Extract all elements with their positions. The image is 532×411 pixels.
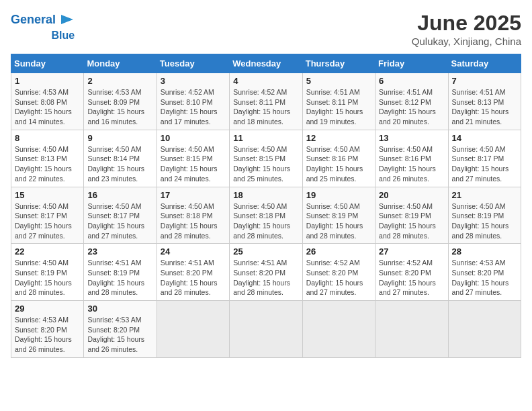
table-row: 3Sunrise: 4:52 AMSunset: 8:10 PMDaylight…	[157, 73, 229, 130]
day-info: Sunrise: 4:51 AMSunset: 8:12 PMDaylight:…	[379, 87, 444, 127]
table-row	[448, 301, 521, 358]
day-info: Sunrise: 4:51 AMSunset: 8:19 PMDaylight:…	[87, 258, 152, 298]
day-info: Sunrise: 4:50 AMSunset: 8:18 PMDaylight:…	[161, 201, 226, 241]
month-title: June 2025	[412, 11, 521, 36]
day-number: 8	[15, 133, 80, 143]
day-number: 21	[452, 190, 517, 200]
day-number: 22	[15, 246, 80, 257]
table-row: 6Sunrise: 4:51 AMSunset: 8:12 PMDaylight…	[375, 73, 448, 130]
table-row	[375, 301, 448, 358]
day-info: Sunrise: 4:50 AMSunset: 8:15 PMDaylight:…	[161, 144, 226, 184]
day-number: 7	[452, 76, 517, 86]
table-row: 20Sunrise: 4:50 AMSunset: 8:19 PMDayligh…	[375, 187, 448, 244]
table-row: 13Sunrise: 4:50 AMSunset: 8:16 PMDayligh…	[375, 130, 448, 187]
header-thursday: Thursday	[302, 54, 375, 73]
day-info: Sunrise: 4:50 AMSunset: 8:13 PMDaylight:…	[15, 144, 80, 184]
table-row: 16Sunrise: 4:50 AMSunset: 8:17 PMDayligh…	[84, 187, 157, 244]
table-row: 29Sunrise: 4:53 AMSunset: 8:20 PMDayligh…	[11, 301, 84, 358]
table-row: 19Sunrise: 4:50 AMSunset: 8:19 PMDayligh…	[302, 187, 375, 244]
day-number: 3	[161, 76, 226, 86]
title-block: June 2025 Qulukay, Xinjiang, China	[412, 11, 521, 47]
calendar-table: Sunday Monday Tuesday Wednesday Thursday…	[11, 54, 521, 358]
svg-marker-0	[61, 15, 73, 24]
table-row: 23Sunrise: 4:51 AMSunset: 8:19 PMDayligh…	[84, 244, 157, 301]
table-row: 27Sunrise: 4:52 AMSunset: 8:20 PMDayligh…	[375, 244, 448, 301]
header-tuesday: Tuesday	[157, 54, 229, 73]
logo-arrow-icon	[60, 12, 75, 27]
table-row	[302, 301, 375, 358]
day-number: 12	[306, 133, 371, 143]
calendar-header-row: Sunday Monday Tuesday Wednesday Thursday…	[11, 54, 521, 73]
table-row: 7Sunrise: 4:51 AMSunset: 8:13 PMDaylight…	[448, 73, 521, 130]
day-info: Sunrise: 4:50 AMSunset: 8:14 PMDaylight:…	[87, 144, 152, 184]
table-row	[157, 301, 229, 358]
page-header: General Blue June 2025 Qulukay, Xinjiang…	[11, 11, 521, 47]
calendar-week-row: 29Sunrise: 4:53 AMSunset: 8:20 PMDayligh…	[11, 301, 521, 358]
day-number: 20	[379, 190, 444, 200]
day-number: 9	[87, 133, 152, 143]
day-info: Sunrise: 4:50 AMSunset: 8:19 PMDaylight:…	[15, 258, 80, 298]
table-row: 4Sunrise: 4:52 AMSunset: 8:11 PMDaylight…	[230, 73, 302, 130]
table-row	[230, 301, 302, 358]
day-info: Sunrise: 4:51 AMSunset: 8:13 PMDaylight:…	[452, 87, 517, 127]
day-info: Sunrise: 4:53 AMSunset: 8:08 PMDaylight:…	[15, 87, 80, 127]
day-number: 19	[306, 190, 371, 200]
day-number: 4	[233, 76, 298, 86]
day-number: 6	[379, 76, 444, 86]
day-info: Sunrise: 4:51 AMSunset: 8:20 PMDaylight:…	[233, 258, 298, 298]
table-row: 28Sunrise: 4:53 AMSunset: 8:20 PMDayligh…	[448, 244, 521, 301]
day-info: Sunrise: 4:50 AMSunset: 8:15 PMDaylight:…	[233, 144, 298, 184]
calendar-week-row: 1Sunrise: 4:53 AMSunset: 8:08 PMDaylight…	[11, 73, 521, 130]
day-number: 17	[161, 190, 226, 200]
table-row: 1Sunrise: 4:53 AMSunset: 8:08 PMDaylight…	[11, 73, 84, 130]
table-row: 18Sunrise: 4:50 AMSunset: 8:18 PMDayligh…	[230, 187, 302, 244]
day-info: Sunrise: 4:50 AMSunset: 8:17 PMDaylight:…	[452, 144, 517, 184]
day-info: Sunrise: 4:52 AMSunset: 8:10 PMDaylight:…	[161, 87, 226, 127]
day-number: 24	[161, 246, 226, 257]
header-monday: Monday	[84, 54, 157, 73]
day-number: 27	[379, 246, 444, 257]
day-info: Sunrise: 4:50 AMSunset: 8:16 PMDaylight:…	[306, 144, 371, 184]
day-number: 1	[15, 76, 80, 86]
table-row: 22Sunrise: 4:50 AMSunset: 8:19 PMDayligh…	[11, 244, 84, 301]
logo: General Blue	[11, 11, 75, 42]
header-friday: Friday	[375, 54, 448, 73]
day-number: 2	[87, 76, 152, 86]
table-row: 30Sunrise: 4:53 AMSunset: 8:20 PMDayligh…	[84, 301, 157, 358]
day-info: Sunrise: 4:50 AMSunset: 8:19 PMDaylight:…	[379, 201, 444, 241]
day-number: 29	[15, 304, 80, 314]
table-row: 15Sunrise: 4:50 AMSunset: 8:17 PMDayligh…	[11, 187, 84, 244]
table-row: 10Sunrise: 4:50 AMSunset: 8:15 PMDayligh…	[157, 130, 229, 187]
day-info: Sunrise: 4:50 AMSunset: 8:19 PMDaylight:…	[306, 201, 371, 241]
day-number: 25	[233, 246, 298, 257]
day-number: 15	[15, 190, 80, 200]
day-info: Sunrise: 4:51 AMSunset: 8:20 PMDaylight:…	[161, 258, 226, 298]
day-info: Sunrise: 4:52 AMSunset: 8:20 PMDaylight:…	[306, 258, 371, 298]
calendar-week-row: 8Sunrise: 4:50 AMSunset: 8:13 PMDaylight…	[11, 130, 521, 187]
day-number: 16	[87, 190, 152, 200]
table-row: 24Sunrise: 4:51 AMSunset: 8:20 PMDayligh…	[157, 244, 229, 301]
day-number: 13	[379, 133, 444, 143]
day-number: 18	[233, 190, 298, 200]
day-info: Sunrise: 4:50 AMSunset: 8:19 PMDaylight:…	[452, 201, 517, 241]
day-number: 11	[233, 133, 298, 143]
day-number: 5	[306, 76, 371, 86]
table-row: 11Sunrise: 4:50 AMSunset: 8:15 PMDayligh…	[230, 130, 302, 187]
day-info: Sunrise: 4:51 AMSunset: 8:11 PMDaylight:…	[306, 87, 371, 127]
table-row: 26Sunrise: 4:52 AMSunset: 8:20 PMDayligh…	[302, 244, 375, 301]
table-row: 21Sunrise: 4:50 AMSunset: 8:19 PMDayligh…	[448, 187, 521, 244]
logo-text: General	[11, 13, 56, 27]
table-row: 14Sunrise: 4:50 AMSunset: 8:17 PMDayligh…	[448, 130, 521, 187]
table-row: 2Sunrise: 4:53 AMSunset: 8:09 PMDaylight…	[84, 73, 157, 130]
day-info: Sunrise: 4:50 AMSunset: 8:17 PMDaylight:…	[87, 201, 152, 241]
table-row: 8Sunrise: 4:50 AMSunset: 8:13 PMDaylight…	[11, 130, 84, 187]
logo-blue-text: Blue	[51, 30, 75, 42]
day-number: 30	[87, 304, 152, 314]
calendar-week-row: 15Sunrise: 4:50 AMSunset: 8:17 PMDayligh…	[11, 187, 521, 244]
header-wednesday: Wednesday	[230, 54, 302, 73]
header-sunday: Sunday	[11, 54, 84, 73]
day-number: 10	[161, 133, 226, 143]
day-info: Sunrise: 4:50 AMSunset: 8:16 PMDaylight:…	[379, 144, 444, 184]
table-row: 17Sunrise: 4:50 AMSunset: 8:18 PMDayligh…	[157, 187, 229, 244]
table-row: 9Sunrise: 4:50 AMSunset: 8:14 PMDaylight…	[84, 130, 157, 187]
